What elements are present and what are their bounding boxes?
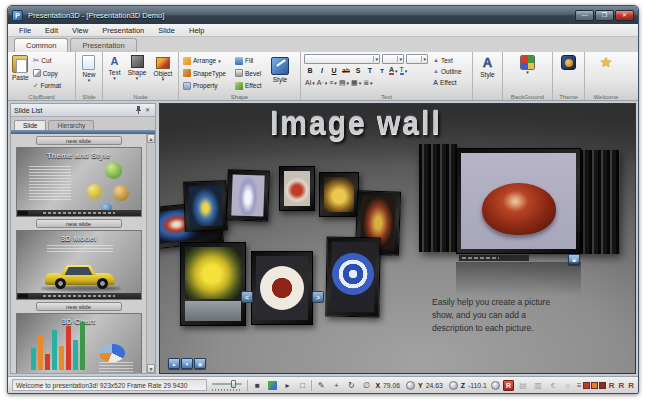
shape-effect-button[interactable]: Effect xyxy=(233,80,269,91)
minimize-button[interactable]: — xyxy=(575,10,594,21)
picture-frame-yellow-jar[interactable] xyxy=(180,242,246,326)
slide-thumbnail-1[interactable]: Theme and Style xyxy=(16,147,142,217)
slide-main-title[interactable]: Image wall xyxy=(270,105,442,142)
menu-view[interactable]: View xyxy=(65,26,95,35)
property-button[interactable]: Property xyxy=(181,80,233,91)
menu-file[interactable]: File xyxy=(12,26,38,35)
underline-button[interactable]: U xyxy=(328,65,340,76)
canvas-tool-button-3[interactable]: ▣ xyxy=(194,358,206,369)
picture-frame-gold-pot[interactable] xyxy=(319,172,359,217)
tab-common[interactable]: Common xyxy=(14,38,68,52)
style-button[interactable]: A Style xyxy=(478,54,496,79)
strikethrough-button[interactable]: ab xyxy=(340,65,352,76)
swatch[interactable] xyxy=(583,382,590,389)
outline-button[interactable]: ▲Outline xyxy=(433,66,469,77)
font-family-select[interactable]: ▾ xyxy=(304,54,380,64)
lights-icon[interactable]: ☼ xyxy=(562,379,574,391)
zoom-slider[interactable] xyxy=(210,379,245,391)
align-left-button[interactable]: Al▾ xyxy=(304,77,316,88)
bevel-button[interactable]: Bevel xyxy=(233,68,269,79)
palette-swatches[interactable]: ≡ xyxy=(577,381,606,390)
prev-picture-button[interactable]: < xyxy=(241,291,253,303)
picture-frame-large[interactable] xyxy=(456,148,581,254)
solid-view-icon[interactable]: ■ xyxy=(251,379,263,391)
r-button-2[interactable]: R xyxy=(618,381,624,390)
render-mode-icon[interactable] xyxy=(266,379,278,391)
text-list-button[interactable]: ≣▾ xyxy=(362,77,373,88)
panel-left-icon[interactable]: ▤ xyxy=(517,379,529,391)
welcome-button[interactable]: ★ xyxy=(598,54,615,71)
font-scale-select[interactable]: ▾ xyxy=(406,54,428,64)
record-badge[interactable]: R xyxy=(503,380,514,391)
maximize-button[interactable]: ❐ xyxy=(595,10,614,21)
arrange-button[interactable]: Arrange▾ xyxy=(181,55,233,66)
font-size-select[interactable]: ▾ xyxy=(382,54,404,64)
slide-thumbnail-2[interactable]: 3D Model xyxy=(16,230,142,300)
new-slide-button[interactable]: New ▾ xyxy=(80,54,97,83)
char-spacing-button[interactable]: A·▾ xyxy=(316,77,329,88)
theme-button[interactable] xyxy=(559,54,578,71)
format-button[interactable]: ✓Format xyxy=(31,80,63,91)
slide-thumbnail-3[interactable]: 3D Chart xyxy=(16,313,142,373)
menu-help[interactable]: Help xyxy=(182,26,211,35)
rotate-icon[interactable]: ↻ xyxy=(345,379,357,391)
tab-slide[interactable]: Slide xyxy=(14,120,46,130)
pin-icon[interactable] xyxy=(134,106,143,115)
r-button-3[interactable]: R xyxy=(628,381,634,390)
swatch[interactable] xyxy=(599,382,606,389)
y-axis-knob[interactable] xyxy=(449,381,458,390)
menu-presentation[interactable]: Presentation xyxy=(95,26,151,35)
canvas-tool-button-2[interactable]: ▼ xyxy=(181,358,193,369)
currency-icon[interactable]: € xyxy=(547,379,559,391)
shapetype-button[interactable]: ShapeType xyxy=(181,68,233,79)
slide-canvas[interactable]: Image wall xyxy=(159,103,636,374)
insert-text-button[interactable]: A Text ▾ xyxy=(107,54,123,81)
slide-description[interactable]: Easily help you create a picture show, a… xyxy=(432,296,617,334)
new-slide-button-2[interactable]: new slide xyxy=(36,219,122,228)
r-button-1[interactable]: R xyxy=(609,381,615,390)
italic-button[interactable]: I xyxy=(316,65,328,76)
superscript-button[interactable]: T xyxy=(364,65,376,76)
insert-shape-button[interactable]: Shape ▾ xyxy=(126,54,149,81)
insert-object-button[interactable]: Object ▾ xyxy=(152,54,175,82)
copy-button[interactable]: Copy xyxy=(31,68,63,79)
cut-button[interactable]: ✂Cut xyxy=(31,55,63,66)
new-slide-button-3[interactable]: new slide xyxy=(36,302,122,311)
picture-frame-red-plate[interactable] xyxy=(251,251,313,325)
panel-right-icon[interactable]: ▥ xyxy=(532,379,544,391)
close-panel-icon[interactable]: ✕ xyxy=(143,106,152,115)
fill-button[interactable]: Fill xyxy=(233,55,269,66)
swatch[interactable] xyxy=(591,382,598,389)
subscript-button[interactable]: T xyxy=(376,65,388,76)
close-button[interactable]: ✕ xyxy=(615,10,634,21)
slider-thumb[interactable] xyxy=(231,380,236,388)
disable-icon[interactable]: ∅ xyxy=(360,379,372,391)
paste-button[interactable]: Paste xyxy=(10,54,31,82)
shadow-button[interactable]: S xyxy=(352,65,364,76)
z-axis-knob[interactable] xyxy=(491,381,500,390)
x-axis-knob[interactable] xyxy=(406,381,415,390)
new-slide-button-1[interactable]: new slide xyxy=(36,136,122,145)
scroll-up-icon[interactable]: ▲ xyxy=(147,134,155,143)
picture-frame-blue-plate[interactable] xyxy=(325,237,380,318)
text-table-button[interactable]: ▦▾ xyxy=(350,77,362,88)
highlight-color-button[interactable]: T▾ xyxy=(399,65,409,76)
bold-button[interactable]: B xyxy=(304,65,316,76)
tab-hierarchy[interactable]: Hierarchy xyxy=(48,120,94,130)
menu-edit[interactable]: Edit xyxy=(38,26,65,35)
text-style-button[interactable]: ▲Text xyxy=(433,55,469,66)
scroll-down-icon[interactable]: ▼ xyxy=(147,364,155,373)
title-bar[interactable]: P Presentation3D - [Presentation3D Demo]… xyxy=(8,6,638,24)
next-picture-button[interactable]: > xyxy=(312,291,324,303)
menu-slide[interactable]: Slide xyxy=(151,26,182,35)
tab-presentation[interactable]: Presentation xyxy=(70,38,136,52)
edit-icon[interactable]: ✎ xyxy=(315,379,327,391)
slide-list-scrollbar[interactable]: ▲ ▼ xyxy=(146,134,155,373)
line-spacing-button[interactable]: ≡▾ xyxy=(328,77,338,88)
text-color-button[interactable]: A▾ xyxy=(388,65,399,76)
text-effect-button[interactable]: AEffect xyxy=(433,77,469,88)
canvas-tool-button-1[interactable]: ▲ xyxy=(168,358,180,369)
move-icon[interactable]: + xyxy=(330,379,342,391)
picture-frame-red-dish[interactable] xyxy=(279,166,315,211)
text-fill-button[interactable]: ▤▾ xyxy=(338,77,350,88)
